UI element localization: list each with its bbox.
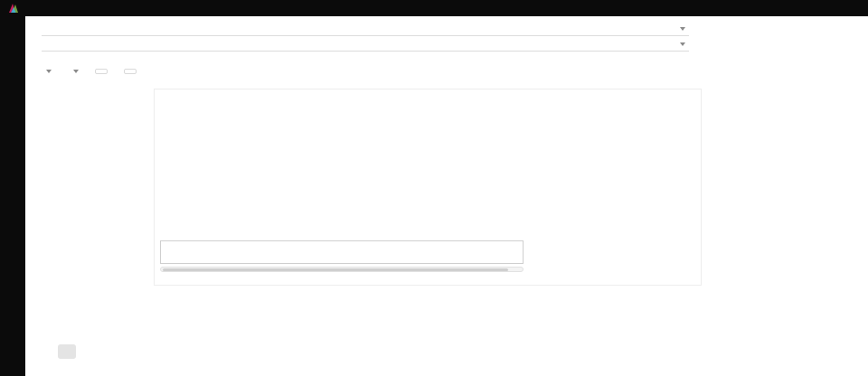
chevron-down-icon (680, 27, 685, 31)
statuses-select[interactable] (42, 23, 689, 36)
date-to-input[interactable] (124, 69, 137, 74)
chart-column (155, 89, 538, 285)
date-from-input[interactable] (95, 69, 108, 74)
chevron-down-icon (680, 42, 685, 46)
chart-navigator[interactable] (160, 240, 524, 264)
x-axis-labels (164, 226, 518, 236)
logo-icon (6, 2, 19, 14)
topbar (0, 0, 868, 16)
navigator-chart (161, 241, 523, 263)
sidebar-nav (0, 16, 25, 376)
tags-filter-row (25, 37, 689, 52)
main-content (25, 16, 868, 376)
orders-timeline-chart[interactable] (160, 94, 533, 226)
chevron-down-icon (46, 70, 52, 73)
toolbar (25, 63, 137, 80)
statuses-filter-row (25, 22, 689, 36)
apply-button[interactable] (58, 344, 76, 359)
tags-select[interactable] (42, 38, 689, 52)
date-field-select[interactable] (66, 70, 79, 73)
chart-legend (538, 89, 701, 285)
chart-scrollbar[interactable] (160, 267, 524, 272)
app-logo[interactable] (6, 2, 19, 14)
scrollbar-handle[interactable] (163, 268, 508, 271)
chart-panel (154, 89, 702, 286)
chevron-down-icon (73, 70, 79, 73)
filter-mode-select[interactable] (42, 70, 52, 73)
